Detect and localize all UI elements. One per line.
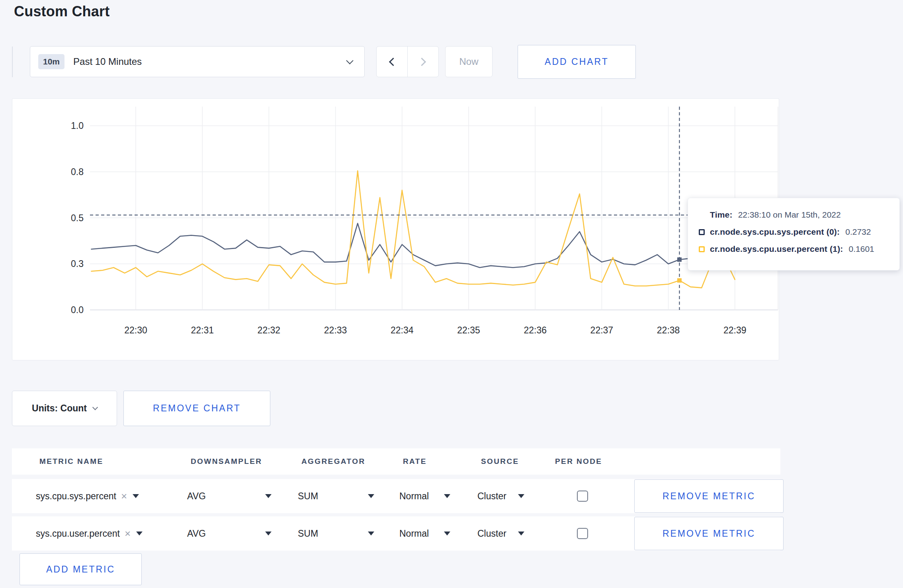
chevron-right-icon: [418, 57, 426, 66]
caret-down-icon: [265, 494, 272, 498]
tooltip-series-label: cr.node.sys.cpu.user.percent (1):: [710, 244, 843, 254]
column-header-metric-name: METRIC NAME: [36, 457, 187, 466]
tooltip-series-row: cr.node.sys.cpu.sys.percent (0): 0.2732: [699, 227, 889, 237]
source-select[interactable]: Cluster: [477, 491, 524, 502]
metrics-table-header: METRIC NAME DOWNSAMPLER AGGREGATOR RATE …: [12, 448, 780, 475]
caret-down-icon: [444, 494, 450, 498]
tooltip-series-value: 0.1601: [849, 244, 874, 254]
time-range-select[interactable]: 10m Past 10 Minutes: [30, 46, 365, 77]
svg-text:22:32: 22:32: [258, 325, 281, 335]
tooltip-series-value: 0.2732: [845, 227, 871, 237]
svg-text:22:30: 22:30: [124, 325, 147, 335]
rate-select[interactable]: Normal: [399, 528, 450, 539]
chevron-down-icon: [92, 405, 98, 410]
source-select[interactable]: Cluster: [477, 528, 524, 539]
column-header-per-node: PER NODE: [551, 457, 625, 466]
downsampler-select[interactable]: AVG: [187, 491, 272, 502]
per-node-checkbox[interactable]: [577, 491, 588, 502]
svg-text:22:34: 22:34: [391, 325, 414, 335]
caret-down-icon: [265, 532, 272, 535]
table-row: sys.cpu.sys.percent × AVG SUM Normal Clu…: [12, 479, 780, 513]
remove-metric-button[interactable]: REMOVE METRIC: [634, 517, 784, 550]
chart-plot-area[interactable]: 0.00.30.50.81.022:3022:3122:3222:3322:34…: [12, 99, 779, 360]
series-swatch-icon: [699, 246, 705, 252]
column-header-downsampler: DOWNSAMPLER: [187, 457, 298, 466]
tooltip-time-row: Time: 22:38:10 on Mar 15th, 2022: [710, 210, 889, 220]
remove-chart-button[interactable]: REMOVE CHART: [123, 391, 270, 426]
toolbar-divider: [12, 47, 13, 77]
tooltip-series-row: cr.node.sys.cpu.user.percent (1): 0.1601: [699, 244, 889, 254]
tooltip-time-label: Time:: [710, 210, 733, 220]
add-chart-button[interactable]: ADD CHART: [518, 45, 636, 79]
svg-text:0.5: 0.5: [71, 213, 84, 223]
series-swatch-icon: [699, 229, 705, 235]
next-timespan-button[interactable]: [407, 47, 438, 77]
tooltip-time-value: 22:38:10 on Mar 15th, 2022: [738, 210, 841, 220]
caret-down-icon: [368, 494, 374, 498]
caret-down-icon: [444, 532, 450, 535]
units-select[interactable]: Units: Count: [12, 391, 117, 426]
add-metric-button[interactable]: ADD METRIC: [20, 553, 142, 585]
clear-metric-icon[interactable]: ×: [125, 528, 131, 540]
metric-name-select[interactable]: sys.cpu.sys.percent ×: [36, 490, 187, 502]
table-row: sys.cpu.user.percent × AVG SUM Normal Cl…: [12, 516, 780, 551]
svg-text:22:39: 22:39: [723, 325, 747, 335]
clear-metric-icon[interactable]: ×: [121, 490, 127, 502]
svg-text:22:37: 22:37: [590, 325, 614, 335]
column-header-rate: RATE: [399, 457, 477, 466]
time-step-buttons: [376, 46, 439, 77]
downsampler-select[interactable]: AVG: [187, 528, 272, 539]
metric-name-value: sys.cpu.sys.percent: [36, 491, 116, 502]
svg-text:22:31: 22:31: [191, 325, 214, 335]
svg-text:22:38: 22:38: [657, 325, 680, 335]
now-button[interactable]: Now: [445, 46, 493, 77]
caret-down-icon: [518, 532, 524, 535]
chart-card: 0.00.30.50.81.022:3022:3122:3222:3322:34…: [12, 98, 779, 360]
tooltip-series-label: cr.node.sys.cpu.sys.percent (0):: [710, 227, 840, 237]
metric-name-select[interactable]: sys.cpu.user.percent ×: [36, 528, 187, 540]
svg-text:22:33: 22:33: [324, 325, 347, 335]
time-range-badge: 10m: [38, 54, 64, 69]
column-header-source: SOURCE: [477, 457, 551, 466]
metric-name-value: sys.cpu.user.percent: [36, 528, 120, 539]
svg-text:0.0: 0.0: [71, 305, 84, 315]
time-range-label: Past 10 Minutes: [73, 56, 142, 67]
chevron-down-icon: [346, 57, 353, 64]
caret-down-icon: [368, 532, 374, 535]
svg-text:0.8: 0.8: [71, 167, 84, 177]
units-label: Units: Count: [32, 403, 87, 414]
svg-text:0.3: 0.3: [71, 259, 84, 269]
per-node-checkbox[interactable]: [577, 528, 588, 539]
svg-text:22:35: 22:35: [457, 325, 480, 335]
aggregator-select[interactable]: SUM: [298, 528, 374, 539]
caret-down-icon: [136, 532, 143, 535]
metrics-table: METRIC NAME DOWNSAMPLER AGGREGATOR RATE …: [12, 448, 780, 585]
caret-down-icon: [133, 494, 139, 498]
column-header-aggregator: AGGREGATOR: [298, 457, 399, 466]
svg-text:22:36: 22:36: [524, 325, 547, 335]
previous-timespan-button[interactable]: [377, 47, 407, 77]
aggregator-select[interactable]: SUM: [298, 491, 374, 502]
remove-metric-button[interactable]: REMOVE METRIC: [634, 479, 784, 513]
chevron-left-icon: [389, 57, 397, 66]
chart-hover-tooltip: Time: 22:38:10 on Mar 15th, 2022 cr.node…: [688, 198, 900, 271]
page-title: Custom Chart: [14, 3, 109, 20]
caret-down-icon: [518, 494, 524, 498]
rate-select[interactable]: Normal: [399, 491, 450, 502]
svg-text:1.0: 1.0: [71, 121, 84, 131]
